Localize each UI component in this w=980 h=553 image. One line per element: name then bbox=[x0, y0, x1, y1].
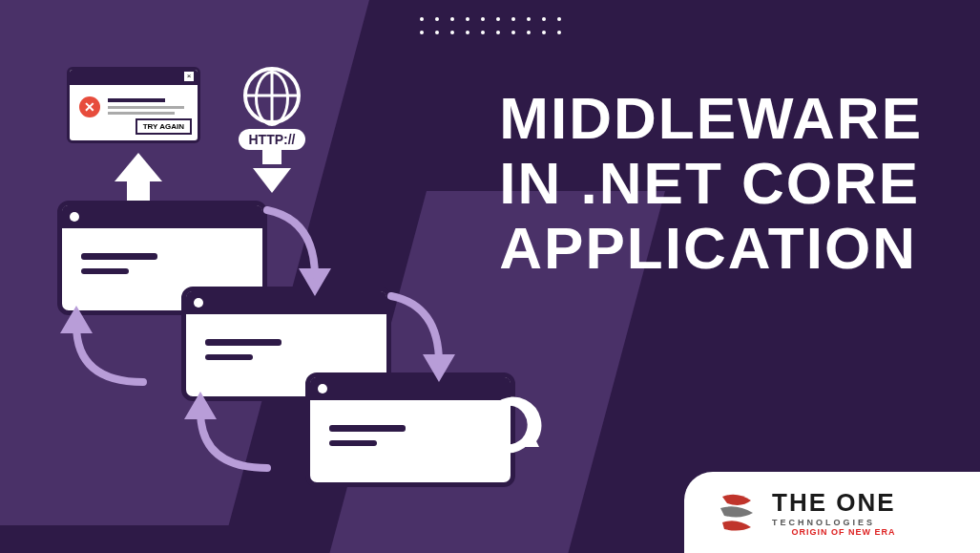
svg-marker-2 bbox=[67, 313, 86, 330]
logo-tagline: ORIGIN OF NEW ERA bbox=[772, 527, 896, 537]
refresh-icon bbox=[477, 392, 544, 458]
try-again-button: TRY AGAIN bbox=[136, 118, 192, 135]
flow-arrow-return-1 bbox=[48, 306, 162, 401]
flow-arrow-return-2 bbox=[172, 392, 286, 487]
http-globe: HTTP:// bbox=[229, 67, 315, 172]
main-title: MIDDLEWARE IN .NET CORE APPLICATION bbox=[499, 86, 923, 282]
middleware-illustration: × ✕ TRY AGAIN HTTP:// bbox=[57, 57, 534, 497]
company-logo-panel: THE ONE TECHNOLOGIES ORIGIN OF NEW ERA bbox=[684, 472, 980, 553]
logo-icon bbox=[713, 489, 761, 537]
flow-arrow-2 bbox=[372, 287, 468, 392]
error-icon: ✕ bbox=[79, 96, 100, 117]
logo-main-text: THE ONE bbox=[772, 488, 896, 518]
http-badge: HTTP:// bbox=[239, 129, 305, 150]
svg-marker-0 bbox=[305, 272, 324, 288]
error-window: × ✕ TRY AGAIN bbox=[67, 67, 200, 143]
svg-marker-3 bbox=[191, 399, 210, 415]
close-icon: × bbox=[184, 72, 194, 81]
title-line-2: IN .NET CORE bbox=[499, 151, 923, 216]
title-line-1: MIDDLEWARE bbox=[499, 86, 923, 151]
logo-sub-text: TECHNOLOGIES bbox=[772, 518, 896, 527]
decorative-dot-grid bbox=[420, 17, 561, 34]
svg-marker-1 bbox=[429, 358, 448, 374]
flow-arrow-1 bbox=[248, 201, 344, 306]
arrow-up-icon bbox=[115, 153, 162, 201]
title-line-3: APPLICATION bbox=[499, 216, 923, 281]
arrow-down-icon bbox=[253, 168, 291, 193]
